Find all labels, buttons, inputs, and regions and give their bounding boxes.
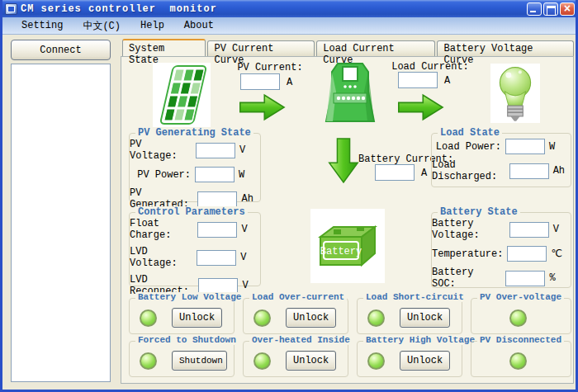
pv-current-input[interactable] — [240, 73, 280, 90]
tab-pv-current-curve[interactable]: PV Current Curve — [207, 40, 315, 56]
controller-icon — [321, 60, 379, 126]
window-controls — [527, 2, 575, 16]
menu-help[interactable]: Help — [130, 18, 174, 33]
system-state-panel: PV Current: A — [121, 56, 574, 384]
float-charge-input[interactable] — [197, 222, 237, 238]
app-window: CM series controller monitor Setting 中文(… — [0, 0, 578, 392]
pv-voltage-unit: V — [239, 144, 255, 156]
pv-power-input[interactable] — [195, 167, 235, 182]
status-load-short-circuit: Load Short-circuit Unlock — [357, 298, 462, 334]
window-title: CM series controller monitor — [21, 3, 217, 15]
group-title-pv-generating: PV Generating State — [135, 127, 253, 139]
status-title-battery-low-voltage: Battery Low Voltage — [135, 292, 244, 302]
battery-soc-unit: % — [549, 272, 566, 284]
battery-low-voltage-led-icon — [140, 309, 157, 327]
battery-soc-input[interactable] — [505, 271, 545, 286]
status-title-forced-to-shutdown: Forced to Shutdown — [135, 335, 239, 345]
app-icon — [5, 3, 17, 15]
battery-voltage-unit: V — [553, 224, 566, 235]
solar-panel-icon — [153, 63, 211, 127]
group-battery-state: Battery State Battery Voltage: V Tempera… — [431, 212, 571, 288]
load-power-input[interactable] — [505, 139, 545, 154]
status-pv-disconnected: PV Disconnected — [471, 341, 571, 377]
status-over-heated-inside: Over-heated Inside Unlock — [243, 341, 348, 377]
status-battery-low-voltage: Battery Low Voltage Unlock — [129, 298, 235, 334]
menu-setting[interactable]: Setting — [12, 18, 73, 33]
tab-system-state[interactable]: System State — [122, 39, 206, 56]
minimize-button[interactable] — [527, 2, 542, 16]
pv-to-controller-arrow-icon — [237, 93, 288, 121]
pv-over-voltage-led-icon — [509, 309, 527, 327]
status-title-load-short-circuit: Load Short-circuit — [363, 292, 467, 302]
load-current-unit: A — [444, 75, 450, 87]
load-over-current-led-icon — [253, 309, 271, 327]
group-control-parameters: Control Parameters Float Charge: V LVD V… — [129, 212, 261, 286]
close-button[interactable] — [560, 2, 575, 16]
pv-power-label: PV Power: — [137, 169, 191, 181]
load-discharged-input[interactable] — [509, 163, 549, 179]
lvd-voltage-unit: V — [240, 252, 255, 263]
float-charge-label: Float Charge: — [130, 218, 193, 241]
status-title-pv-disconnected: PV Disconnected — [477, 335, 564, 345]
battery-high-voltage-unlock-button[interactable]: Unlock — [400, 351, 450, 371]
battery-high-voltage-led-icon — [367, 352, 385, 370]
lvd-voltage-input[interactable] — [197, 250, 236, 266]
forced-to-shutdown-led-icon — [140, 352, 157, 370]
battery-current-unit: A — [421, 168, 427, 179]
battery-voltage-label: Battery Voltage: — [432, 218, 505, 241]
lvd-reconnect-unit: V — [242, 280, 255, 291]
tab-load-current-curve[interactable]: Load Current Curve — [316, 40, 435, 56]
tab-strip: System State PV Current Curve Load Curre… — [122, 39, 576, 56]
lvd-voltage-label: LVD Voltage: — [130, 246, 192, 269]
maximize-button[interactable] — [543, 2, 558, 16]
group-pv-generating-state: PV Generating State PV Voltage: V PV Pow… — [129, 133, 261, 202]
load-short-circuit-led-icon — [367, 309, 385, 327]
load-discharged-label: Load Discharged: — [432, 159, 505, 182]
load-over-current-unlock-button[interactable]: Unlock — [286, 308, 336, 328]
battery-low-voltage-unlock-button[interactable]: Unlock — [172, 308, 222, 328]
battery-current-input[interactable] — [375, 164, 415, 181]
pv-current-unit: A — [287, 77, 292, 88]
menu-about[interactable]: About — [174, 18, 224, 33]
battery-icon: Battery — [310, 209, 385, 283]
client-area: Connect System State PV Current Curve Lo… — [2, 35, 576, 390]
lvd-reconnect-input[interactable] — [198, 278, 238, 294]
group-title-battery-state: Battery State — [438, 206, 520, 218]
battery-icon-text: Battery — [320, 246, 362, 257]
connect-button[interactable]: Connect — [11, 40, 111, 60]
pv-generated-unit: Ah — [241, 193, 255, 205]
group-title-control-parameters: Control Parameters — [135, 206, 248, 218]
temperature-input[interactable] — [507, 246, 547, 262]
status-forced-to-shutdown: Forced to Shutdown Shutdown — [129, 341, 235, 377]
status-title-pv-over-voltage: PV Over-voltage — [477, 292, 564, 302]
controller-to-battery-arrow-icon — [328, 138, 359, 184]
status-load-over-current: Load Over-current Unlock — [243, 298, 348, 334]
battery-soc-label: Battery SOC: — [432, 267, 501, 290]
temperature-label: Temperature: — [432, 248, 503, 260]
pv-disconnected-led-icon — [509, 352, 527, 370]
bulb-icon — [490, 64, 540, 123]
menu-bar: Setting 中文(C) Help About — [0, 17, 578, 35]
status-pv-over-voltage: PV Over-voltage — [471, 298, 571, 334]
temperature-unit: ℃ — [551, 248, 566, 260]
over-heated-inside-led-icon — [253, 352, 271, 370]
menu-language[interactable]: 中文(C) — [73, 17, 130, 35]
controller-to-load-arrow-icon — [396, 93, 447, 121]
battery-voltage-input[interactable] — [509, 222, 549, 238]
pv-voltage-input[interactable] — [196, 143, 235, 158]
pv-generated-input[interactable] — [197, 191, 237, 207]
load-short-circuit-unlock-button[interactable]: Unlock — [400, 308, 450, 328]
float-charge-unit: V — [241, 224, 255, 235]
tab-battery-voltage-curve[interactable]: Battery Voltage Curve — [437, 40, 574, 56]
pv-power-unit: W — [239, 169, 255, 181]
shutdown-button[interactable]: Shutdown — [172, 351, 227, 371]
load-discharged-unit: Ah — [553, 165, 566, 177]
pv-voltage-label: PV Voltage: — [130, 139, 192, 162]
status-title-load-over-current: Load Over-current — [249, 292, 347, 302]
device-list[interactable] — [11, 64, 111, 382]
status-title-over-heated-inside: Over-heated Inside — [249, 335, 353, 345]
title-bar: CM series controller monitor — [0, 0, 578, 17]
load-current-input[interactable] — [398, 72, 438, 88]
status-title-battery-high-voltage: Battery High Voltage — [363, 335, 477, 345]
over-heated-inside-unlock-button[interactable]: Unlock — [286, 351, 336, 371]
